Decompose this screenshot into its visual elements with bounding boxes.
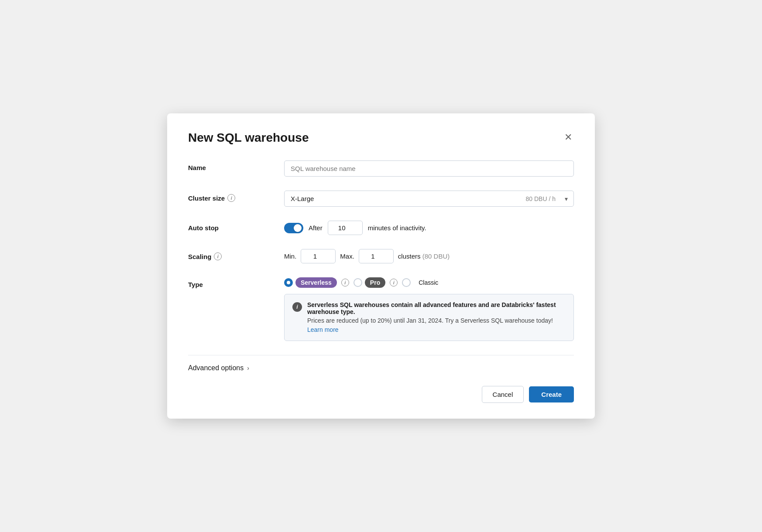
divider xyxy=(188,355,574,355)
info-box-title: Serverless SQL warehouses contain all ad… xyxy=(307,301,566,315)
auto-stop-toggle[interactable] xyxy=(284,223,303,233)
footer-buttons: Cancel Create xyxy=(188,386,574,403)
type-serverless-option[interactable]: Serverless xyxy=(284,277,337,288)
inactivity-label: minutes of inactivity. xyxy=(368,224,426,232)
serverless-radio[interactable] xyxy=(284,278,293,287)
name-label: Name xyxy=(188,160,284,171)
cluster-size-row: Cluster size i X-Small Small Medium Larg… xyxy=(188,191,574,207)
scaling-control: Min. Max. clusters (80 DBU) xyxy=(284,249,574,263)
scaling-row: Scaling i Min. Max. clusters (80 DBU) xyxy=(188,249,574,263)
min-label: Min. xyxy=(284,252,296,260)
cancel-button[interactable]: Cancel xyxy=(482,386,524,403)
pro-radio[interactable] xyxy=(354,278,362,287)
advanced-options-chevron-icon: › xyxy=(247,365,249,372)
clusters-label: clusters (80 DBU) xyxy=(398,252,450,260)
serverless-info-icon[interactable]: i xyxy=(341,279,349,286)
classic-badge: Classic xyxy=(413,277,443,288)
new-sql-warehouse-dialog: New SQL warehouse ✕ Name Cluster size i … xyxy=(167,113,595,419)
toggle-track xyxy=(284,223,303,233)
advanced-options-row[interactable]: Advanced options › xyxy=(188,364,574,372)
close-button[interactable]: ✕ xyxy=(563,131,574,144)
dialog-title: New SQL warehouse xyxy=(188,131,309,145)
type-info-box: i Serverless SQL warehouses contain all … xyxy=(284,294,574,341)
type-row: Type Serverless i Pro i Classic xyxy=(188,277,574,341)
toggle-thumb xyxy=(294,224,302,232)
name-control xyxy=(284,160,574,177)
info-box-text: Serverless SQL warehouses contain all ad… xyxy=(307,301,566,334)
cluster-size-select[interactable]: X-Small Small Medium Large X-Large 2X-La… xyxy=(284,191,574,207)
pro-info-icon[interactable]: i xyxy=(390,279,398,286)
autostop-row: After minutes of inactivity. xyxy=(284,221,574,235)
dialog-header: New SQL warehouse ✕ xyxy=(188,131,574,145)
scaling-max-input[interactable] xyxy=(359,249,394,263)
pro-badge: Pro xyxy=(365,277,385,288)
type-control: Serverless i Pro i Classic i Se xyxy=(284,277,574,341)
advanced-options-label: Advanced options xyxy=(188,364,244,372)
type-options: Serverless i Pro i Classic xyxy=(284,277,574,288)
info-box-body: Prices are reduced (up to 20%) until Jan… xyxy=(307,317,566,324)
type-label: Type xyxy=(188,277,284,288)
auto-stop-row: Auto stop After minutes of inactivity. xyxy=(188,221,574,235)
create-button[interactable]: Create xyxy=(529,386,574,402)
clusters-dbu: (80 DBU) xyxy=(422,252,450,260)
auto-stop-minutes-input[interactable] xyxy=(328,221,363,235)
cluster-size-control: X-Small Small Medium Large X-Large 2X-La… xyxy=(284,191,574,207)
auto-stop-control: After minutes of inactivity. xyxy=(284,221,574,235)
scaling-info-icon[interactable]: i xyxy=(214,252,222,260)
cluster-size-info-icon[interactable]: i xyxy=(227,194,235,202)
info-box-icon: i xyxy=(292,302,302,312)
scaling-min-input[interactable] xyxy=(301,249,336,263)
name-input[interactable] xyxy=(284,160,574,177)
cluster-size-label: Cluster size i xyxy=(188,191,284,202)
max-label: Max. xyxy=(340,252,354,260)
scaling-inputs-row: Min. Max. clusters (80 DBU) xyxy=(284,249,574,263)
after-label: After xyxy=(309,224,323,232)
name-row: Name xyxy=(188,160,574,177)
scaling-label: Scaling i xyxy=(188,249,284,260)
cluster-size-select-wrapper: X-Small Small Medium Large X-Large 2X-La… xyxy=(284,191,574,207)
type-classic-option[interactable]: Classic xyxy=(402,277,443,288)
serverless-badge: Serverless xyxy=(295,277,337,288)
auto-stop-label: Auto stop xyxy=(188,221,284,232)
type-pro-option[interactable]: Pro xyxy=(354,277,385,288)
classic-radio[interactable] xyxy=(402,278,411,287)
learn-more-link[interactable]: Learn more xyxy=(307,326,339,333)
